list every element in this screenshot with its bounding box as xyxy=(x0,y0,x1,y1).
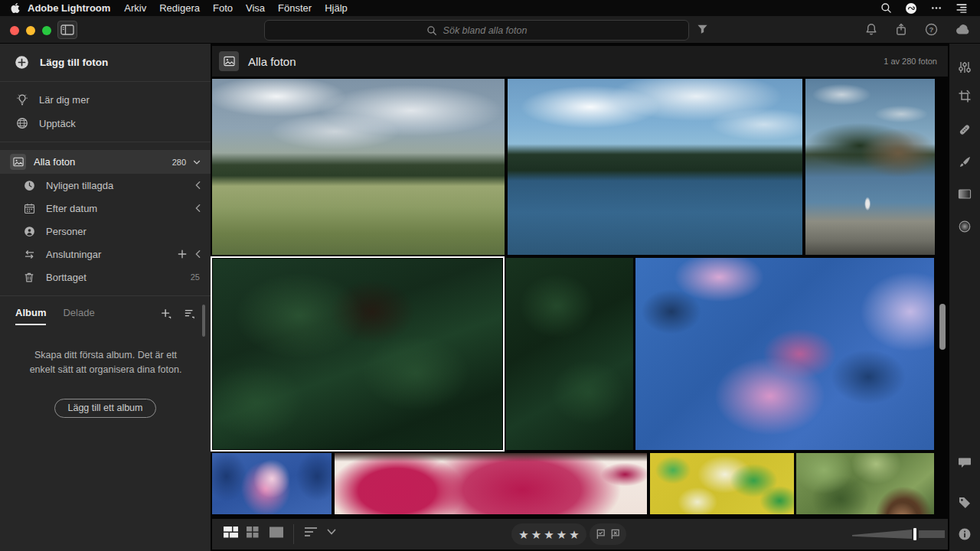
menubar-search-icon[interactable] xyxy=(880,2,892,14)
photo-thumbnail-ferns[interactable] xyxy=(506,258,633,450)
info-icon[interactable] xyxy=(958,527,972,541)
photo-thumbnail-portrait[interactable] xyxy=(796,453,934,514)
search-icon xyxy=(426,25,437,36)
linear-gradient-icon[interactable] xyxy=(958,187,972,201)
photo-icon xyxy=(219,51,239,71)
photo-thumbnail-cliff[interactable] xyxy=(805,79,935,255)
sidebar-divider xyxy=(0,142,211,142)
edit-sliders-icon[interactable] xyxy=(958,60,972,74)
photo-thumbnail-paint-magenta[interactable] xyxy=(335,453,647,514)
close-window-button[interactable] xyxy=(10,26,19,35)
thumbnail-size-slider-rest[interactable] xyxy=(919,530,945,538)
sidebar-toggle-button[interactable] xyxy=(57,21,77,39)
photo-thumbnail-field[interactable] xyxy=(212,79,505,255)
photo-thumbnail-paint-blue[interactable] xyxy=(635,258,934,450)
by-date-label: Efter datum xyxy=(46,203,97,214)
sort-chevron-down-icon[interactable] xyxy=(327,529,336,536)
menu-redigera[interactable]: Redigera xyxy=(159,2,200,14)
sidebar-item-people[interactable]: Personer xyxy=(0,220,211,243)
star-icon[interactable]: ★ xyxy=(531,529,541,540)
share-icon[interactable] xyxy=(895,23,907,36)
connections-icon xyxy=(23,249,35,259)
sort-albums-icon[interactable] xyxy=(184,308,195,319)
cloud-sync-icon[interactable] xyxy=(956,24,971,35)
tab-delade[interactable]: Delade xyxy=(63,307,94,318)
macos-menubar: Adobe Lightroom Arkiv Redigera Foto Visa… xyxy=(0,0,980,16)
crop-rotate-icon[interactable] xyxy=(958,90,972,103)
sidebar-scrollbar[interactable] xyxy=(202,305,205,337)
sidebar-item-discover[interactable]: Upptäck xyxy=(0,112,211,135)
star-icon[interactable]: ★ xyxy=(518,529,528,540)
add-connection-icon[interactable] xyxy=(178,249,187,259)
empty-album-message: Skapa ditt första album. Det är ett enke… xyxy=(21,348,190,378)
svg-text:?: ? xyxy=(929,25,934,34)
creative-cloud-icon[interactable] xyxy=(905,2,917,15)
sidebar-item-recently-added[interactable]: Nyligen tillagda xyxy=(0,174,211,197)
zoom-window-button[interactable] xyxy=(42,26,51,35)
page-title: Alla foton xyxy=(248,55,296,68)
add-photos-button[interactable]: Lägg till foton xyxy=(0,44,211,81)
thumbnail-size-slider-thumb[interactable] xyxy=(913,528,916,540)
trash-icon xyxy=(23,272,35,283)
star-icon[interactable]: ★ xyxy=(569,529,579,540)
photo-thumbnail-lake[interactable] xyxy=(508,79,802,255)
healing-brush-icon[interactable] xyxy=(958,122,972,137)
photo-thumbnail-paint-yellow[interactable] xyxy=(650,453,794,514)
help-icon[interactable]: ? xyxy=(925,23,938,36)
sidebar-item-learn[interactable]: Lär dig mer xyxy=(0,88,211,111)
sidebar-item-all-photos[interactable]: Alla foton 280 xyxy=(0,150,211,174)
chevron-down-icon[interactable] xyxy=(192,158,201,167)
main-header: Alla foton 1 av 280 foton xyxy=(212,46,948,77)
add-album-button[interactable]: Lägg till ett album xyxy=(54,399,157,418)
flag-reject-icon[interactable] xyxy=(610,529,620,540)
filter-funnel-icon[interactable] xyxy=(697,24,708,35)
grid-scrollbar[interactable] xyxy=(939,304,946,350)
menu-visa[interactable]: Visa xyxy=(246,2,265,14)
thumbnail-size-slider-track[interactable] xyxy=(852,530,912,539)
chevron-left-icon[interactable] xyxy=(194,204,201,213)
toolbar-divider xyxy=(293,524,294,544)
sidebar-item-connections[interactable]: Anslutningar xyxy=(0,243,211,266)
minimize-window-button[interactable] xyxy=(26,26,35,35)
single-photo-view-icon[interactable] xyxy=(269,526,284,539)
sidebar-item-deleted[interactable]: Borttaget 25 xyxy=(0,266,211,289)
star-icon[interactable]: ★ xyxy=(544,529,554,540)
tab-album[interactable]: Album xyxy=(15,307,46,325)
menubar-app-name[interactable]: Adobe Lightroom xyxy=(28,2,110,14)
sort-order-icon[interactable] xyxy=(304,526,319,538)
notifications-bell-icon[interactable] xyxy=(865,23,877,36)
right-tool-rail xyxy=(949,44,980,551)
brush-icon[interactable] xyxy=(958,155,972,169)
album-tabs: Album Delade xyxy=(15,307,195,327)
menu-arkiv[interactable]: Arkiv xyxy=(124,2,146,14)
menu-hjalp[interactable]: Hjälp xyxy=(325,2,348,14)
chevron-left-icon[interactable] xyxy=(194,181,201,190)
photo-count-label: 1 av 280 foton xyxy=(884,57,937,66)
list-menu-icon[interactable] xyxy=(956,2,968,14)
photo-thumbnail-ferns-selected[interactable] xyxy=(212,258,503,450)
globe-icon xyxy=(16,117,28,129)
star-rating-control[interactable]: ★ ★ ★ ★ ★ xyxy=(511,523,586,545)
menu-fonster[interactable]: Fönster xyxy=(278,2,312,14)
more-icon[interactable] xyxy=(930,2,942,14)
comments-icon[interactable] xyxy=(958,456,972,469)
radial-gradient-icon[interactable] xyxy=(958,220,972,233)
lightroom-window: Adobe Lightroom Arkiv Redigera Foto Visa… xyxy=(0,0,980,551)
keyword-tag-icon[interactable] xyxy=(958,496,972,510)
flag-pick-icon[interactable] xyxy=(596,529,606,540)
masonry-view-icon[interactable] xyxy=(223,526,239,539)
chevron-left-icon[interactable] xyxy=(194,249,201,259)
menu-foto[interactable]: Foto xyxy=(213,2,233,14)
create-album-icon[interactable] xyxy=(161,308,172,319)
search-placeholder: Sök bland alla foton xyxy=(443,25,528,36)
bottom-toolbar: ★ ★ ★ ★ ★ xyxy=(212,519,948,549)
photo-thumbnail-paint-pink[interactable] xyxy=(212,453,332,514)
grid-view-icon[interactable] xyxy=(246,526,260,539)
sidebar-item-by-date[interactable]: Efter datum xyxy=(0,197,211,220)
star-icon[interactable]: ★ xyxy=(557,529,567,540)
apple-logo-icon[interactable] xyxy=(11,2,20,14)
deleted-label: Borttaget xyxy=(46,272,87,283)
search-input[interactable]: Sök bland alla foton xyxy=(264,20,689,41)
menubar-status-icons xyxy=(880,2,968,15)
add-photos-label: Lägg till foton xyxy=(40,57,108,68)
